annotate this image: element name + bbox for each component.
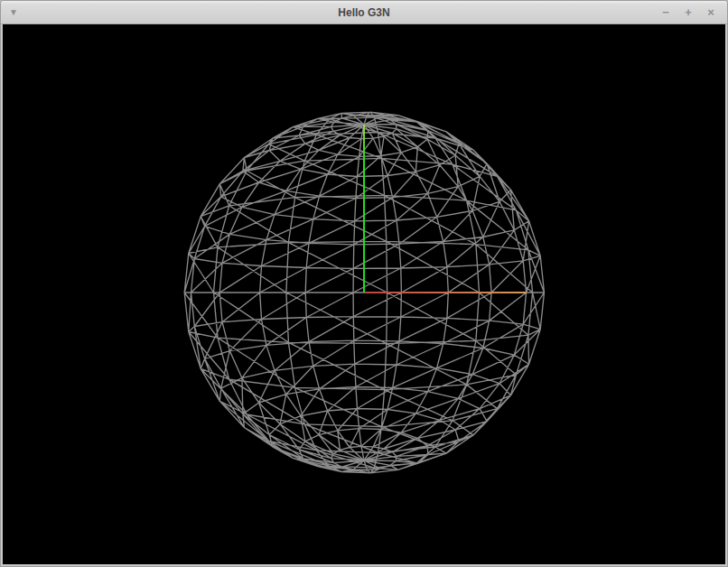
close-button[interactable]: × — [704, 5, 718, 20]
window-title: Hello G3N — [1, 1, 727, 23]
app-window: ▼ Hello G3N − + × — [0, 0, 728, 567]
window-menu-icon[interactable]: ▼ — [9, 1, 18, 23]
titlebar[interactable]: ▼ Hello G3N − + × — [1, 1, 727, 24]
maximize-button[interactable]: + — [681, 5, 695, 20]
window-controls: − + × — [658, 1, 718, 23]
viewport-3d[interactable] — [3, 24, 725, 564]
minimize-button[interactable]: − — [658, 5, 673, 20]
wireframe-sphere-scene — [3, 24, 725, 564]
